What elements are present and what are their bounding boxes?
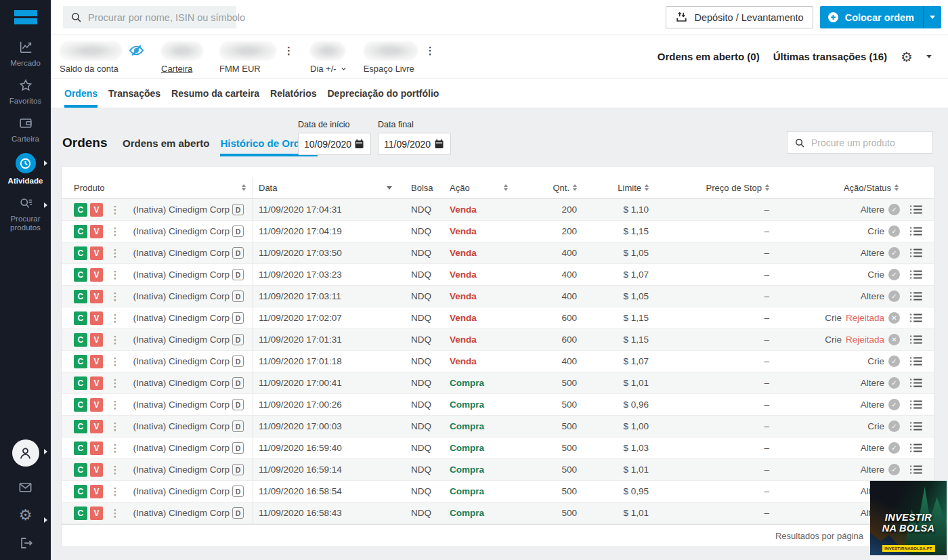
quick-sell-button[interactable]: V — [90, 290, 104, 303]
sidebar-item-mensagens[interactable] — [0, 479, 51, 495]
quick-buy-button[interactable]: C — [74, 398, 87, 412]
order-details-button[interactable] — [901, 221, 934, 242]
deposit-withdraw-button[interactable]: Depósito / Levantamento — [666, 6, 813, 28]
order-details-button[interactable] — [901, 307, 934, 328]
quick-buy-button[interactable]: C — [74, 355, 87, 368]
quick-sell-button[interactable]: V — [90, 311, 104, 325]
tab-transa-es[interactable]: Transações — [108, 79, 160, 108]
order-details-button[interactable] — [901, 286, 934, 307]
quick-buy-button[interactable]: C — [74, 290, 87, 303]
tab-resumo-da-carteira[interactable]: Resumo da carteira — [171, 79, 259, 108]
quick-sell-button[interactable]: V — [90, 485, 104, 498]
account-metric[interactable]: Dia +/- — [310, 40, 347, 74]
date-end-input[interactable]: 11/09/2020 — [378, 133, 451, 155]
quick-sell-button[interactable]: V — [90, 507, 104, 520]
sidebar-item-carteira[interactable]: Carteira — [0, 114, 51, 144]
column-header-a-o-status[interactable]: Ação/Status — [783, 177, 901, 198]
sidebar-item-perfil[interactable] — [0, 439, 51, 467]
quick-buy-button[interactable]: C — [74, 225, 87, 238]
quick-buy-button[interactable]: C — [74, 420, 87, 433]
place-order-button[interactable]: Colocar ordem — [820, 6, 941, 28]
place-order-dropdown-button[interactable] — [923, 6, 941, 28]
app-logo[interactable] — [14, 10, 37, 24]
quick-sell-button[interactable]: V — [90, 225, 104, 238]
quick-sell-button[interactable]: V — [90, 333, 104, 347]
quick-buy-button[interactable]: C — [74, 203, 87, 217]
product-search-input[interactable]: Procure um produto — [787, 131, 933, 154]
kebab-menu-icon[interactable]: ⋮ — [110, 378, 120, 388]
order-details-button[interactable] — [901, 437, 934, 458]
kebab-menu-icon[interactable]: ⋮ — [110, 291, 120, 301]
order-details-button[interactable] — [901, 242, 934, 263]
quick-sell-button[interactable]: V — [90, 203, 104, 217]
quick-buy-button[interactable]: C — [74, 333, 87, 347]
gear-icon[interactable]: ⚙ — [901, 50, 913, 64]
calendar-icon[interactable] — [353, 138, 365, 150]
sidebar-item-sair[interactable] — [0, 536, 51, 551]
tab-relat-rios[interactable]: Relatórios — [270, 79, 316, 108]
account-metric[interactable]: ⋮FMM EUR — [219, 40, 294, 74]
quick-sell-button[interactable]: V — [90, 355, 104, 368]
order-details-button[interactable] — [901, 329, 934, 350]
sidebar-item-mercado[interactable]: Mercado — [0, 39, 51, 68]
quick-sell-button[interactable]: V — [90, 441, 104, 455]
date-start-input[interactable]: 10/09/2020 — [298, 133, 371, 155]
tab-ordens[interactable]: Ordens — [64, 79, 98, 108]
column-header-limite[interactable]: Limite — [586, 177, 661, 198]
kebab-menu-icon[interactable]: ⋮ — [110, 313, 120, 323]
eye-off-icon[interactable] — [128, 42, 145, 59]
kebab-menu-icon[interactable]: ⋮ — [110, 248, 120, 258]
quick-buy-button[interactable]: C — [74, 268, 87, 282]
quick-sell-button[interactable]: V — [90, 268, 104, 282]
quick-buy-button[interactable]: C — [74, 441, 87, 455]
kebab-menu-icon[interactable]: ⋮ — [284, 45, 294, 56]
kebab-menu-icon[interactable]: ⋮ — [110, 400, 120, 410]
quick-buy-button[interactable]: C — [74, 485, 87, 498]
quick-buy-button[interactable]: C — [74, 311, 87, 325]
column-header-produto[interactable]: Produto — [62, 177, 253, 198]
calendar-icon[interactable] — [433, 138, 445, 150]
account-metric[interactable]: Saldo da conta — [60, 40, 145, 74]
kebab-menu-icon[interactable]: ⋮ — [110, 443, 120, 453]
column-header-qnt-[interactable]: Qnt. — [512, 177, 586, 198]
quick-sell-button[interactable]: V — [90, 463, 104, 477]
sidebar-item-definicoes[interactable]: ⚙ — [0, 508, 51, 523]
kebab-menu-icon[interactable]: ⋮ — [110, 270, 120, 280]
quick-sell-button[interactable]: V — [90, 246, 104, 260]
order-details-button[interactable] — [901, 199, 934, 220]
tab-deprecia-o-do-portf-lio[interactable]: Depreciação do portfólio — [328, 79, 439, 108]
kebab-menu-icon[interactable]: ⋮ — [110, 335, 120, 345]
kebab-menu-icon[interactable]: ⋮ — [425, 45, 435, 56]
sidebar-item-procurar-produtos[interactable]: Procurar produtos — [0, 194, 51, 232]
column-header-a-o[interactable]: Ação — [441, 177, 512, 198]
order-details-button[interactable] — [901, 394, 934, 415]
kebab-menu-icon[interactable]: ⋮ — [110, 486, 120, 496]
chevron-down-icon[interactable] — [340, 65, 347, 72]
quick-sell-button[interactable]: V — [90, 398, 104, 412]
order-details-button[interactable] — [901, 416, 934, 437]
column-header-pre-o-de-stop[interactable]: Preço de Stop — [661, 177, 783, 198]
quick-buy-button[interactable]: C — [74, 507, 87, 520]
kebab-menu-icon[interactable]: ⋮ — [110, 421, 120, 431]
subtab-ordens-em-aberto[interactable]: Ordens em aberto — [123, 137, 209, 156]
sidebar-item-favoritos[interactable]: Favoritos — [0, 77, 51, 106]
account-metric[interactable]: ⋮Espaço Livre — [364, 40, 435, 74]
account-metric[interactable]: Carteira — [161, 40, 203, 74]
quick-buy-button[interactable]: C — [74, 246, 87, 260]
last-transactions-link[interactable]: Últimas transações (16) — [773, 51, 887, 62]
quick-buy-button[interactable]: C — [74, 376, 87, 390]
order-details-button[interactable] — [901, 372, 934, 393]
open-orders-link[interactable]: Ordens em aberto (0) — [658, 51, 760, 62]
kebab-menu-icon[interactable]: ⋮ — [110, 204, 120, 215]
global-search-input[interactable]: Procurar por nome, ISIN ou símbolo — [63, 6, 236, 28]
quick-sell-button[interactable]: V — [90, 376, 104, 390]
order-details-button[interactable] — [901, 264, 934, 285]
chevron-down-icon[interactable] — [926, 55, 932, 58]
sidebar-item-atividade[interactable]: Atividade — [0, 152, 51, 186]
kebab-menu-icon[interactable]: ⋮ — [110, 226, 120, 236]
quick-buy-button[interactable]: C — [74, 463, 87, 477]
order-details-button[interactable] — [901, 351, 934, 372]
order-details-button[interactable] — [901, 459, 934, 480]
kebab-menu-icon[interactable]: ⋮ — [110, 508, 120, 518]
kebab-menu-icon[interactable]: ⋮ — [110, 356, 120, 366]
